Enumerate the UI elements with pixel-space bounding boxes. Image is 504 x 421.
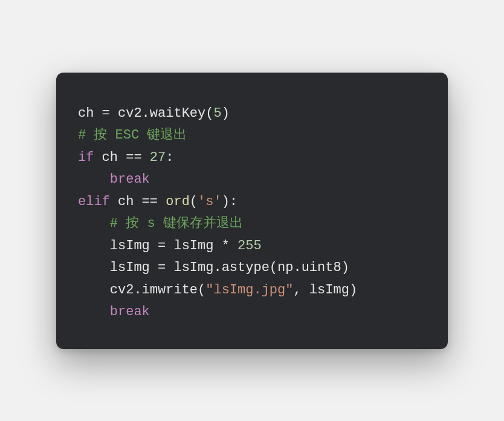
code-token: break — [110, 304, 150, 319]
code-token: break — [110, 172, 150, 187]
code-token: ch == — [94, 150, 149, 165]
code-token: lsImg = lsImg * — [78, 238, 237, 253]
code-token: elif — [78, 194, 110, 209]
code-token: 255 — [237, 238, 262, 253]
code-token: 's' — [198, 194, 222, 209]
code-block: ch = cv2.waitKey(5) # 按 ESC 键退出 if ch ==… — [78, 103, 426, 324]
code-token: ( — [190, 194, 198, 209]
code-token: ch = cv2.waitKey( — [78, 106, 213, 121]
stage: ch = cv2.waitKey(5) # 按 ESC 键退出 if ch ==… — [0, 0, 504, 421]
code-token: # 按 s 键保存并退出 — [110, 216, 243, 231]
code-token: ch == — [110, 194, 166, 209]
code-token: "lsImg.jpg" — [205, 282, 293, 298]
code-token: ord — [166, 194, 190, 209]
code-token: # 按 ESC 键退出 — [78, 128, 187, 143]
code-token: if — [78, 150, 94, 165]
code-token: ) — [222, 106, 230, 121]
code-card: ch = cv2.waitKey(5) # 按 ESC 键退出 if ch ==… — [56, 73, 448, 349]
code-token: 5 — [213, 106, 221, 121]
code-token: 27 — [150, 150, 166, 165]
